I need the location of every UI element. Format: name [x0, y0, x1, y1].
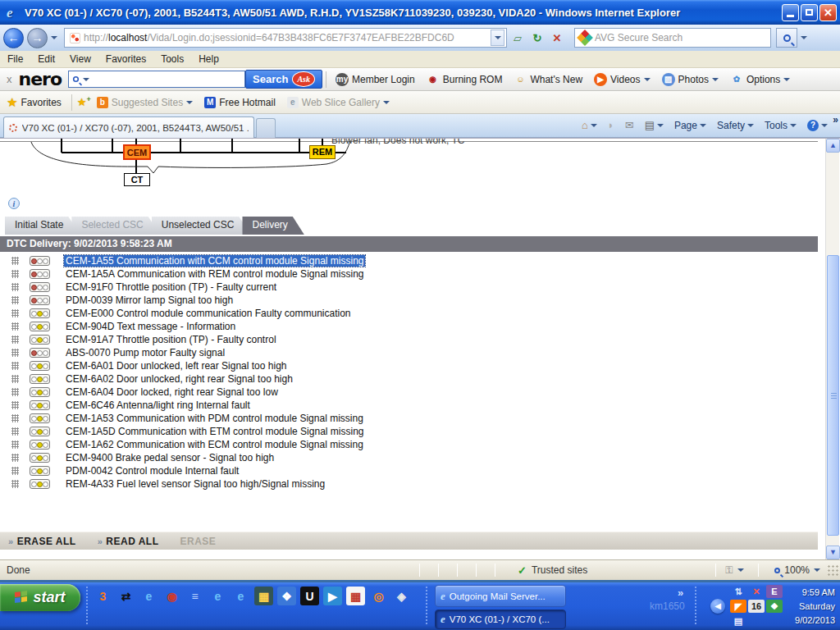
dtc-label[interactable]: CEM-1A5A Communication with REM control …	[64, 268, 366, 280]
dropdown-icon[interactable]	[821, 124, 828, 127]
dropdown-icon[interactable]	[591, 124, 597, 127]
taskbar-clock[interactable]: 9:59 AM Saturday 9/02/2013	[778, 586, 835, 628]
info-icon[interactable]: i	[8, 198, 20, 209]
menu-item[interactable]: Edit	[30, 52, 62, 66]
send-receive-quicklaunch-icon[interactable]: ⇄	[116, 587, 135, 605]
drag-handle-icon[interactable]	[11, 309, 19, 317]
action-button[interactable]: » ERASE	[180, 536, 217, 547]
dtc-row[interactable]: ECM-91A7 Throttle position (TP) - Faulty…	[0, 333, 812, 346]
url-dropdown-button[interactable]	[491, 30, 504, 46]
drag-handle-icon[interactable]	[11, 414, 19, 422]
printer-tray-icon[interactable]: ▤	[730, 614, 746, 628]
messenger-quicklaunch-icon[interactable]: ❖	[277, 587, 296, 605]
tv-player-quicklaunch-icon[interactable]: ▦	[254, 587, 273, 605]
calendar-quicklaunch-icon[interactable]: ▦	[346, 587, 365, 605]
dtc-label[interactable]: PDM-0042 Control module Internal fault	[64, 465, 240, 477]
print-icon[interactable]: ▤	[645, 119, 655, 131]
internet-explorer-quicklaunch-icon[interactable]: e	[139, 587, 158, 605]
dtc-label[interactable]: REM-4A33 Fuel level sensor Signal too hi…	[64, 478, 326, 490]
dtc-row[interactable]: ECM-904D Text message - Information	[0, 320, 812, 333]
nero-showtime-quicklaunch-icon[interactable]: ◉	[162, 587, 181, 605]
scheduler-tray-icon[interactable]: 16	[748, 600, 765, 613]
firefox-quicklaunch-icon[interactable]: ◎	[369, 587, 388, 605]
drag-handle-icon[interactable]	[11, 388, 19, 396]
toolbar-drag-handle[interactable]	[694, 586, 698, 625]
network-tray-icon[interactable]: ⇅	[730, 585, 746, 598]
dtc-label[interactable]: ABS-0070 Pump motor Faulty signal	[64, 347, 226, 358]
menu-item[interactable]: Help	[191, 52, 226, 66]
history-dropdown-icon[interactable]	[51, 36, 57, 39]
search-input[interactable]: AVG Secure Search	[574, 28, 771, 48]
dtc-label[interactable]: CEM-1A5D Communication with ETM control …	[64, 426, 365, 437]
photos-item[interactable]: ▨ Photos	[656, 73, 724, 86]
zoom-control[interactable]: 100%	[768, 564, 827, 576]
whats-new-item[interactable]: ☺ What's New	[508, 73, 588, 86]
media-app-quicklaunch-icon[interactable]: U	[300, 587, 319, 605]
toolbar-close-button[interactable]: x	[0, 73, 19, 85]
forward-button[interactable]: →	[27, 28, 48, 48]
security-zone[interactable]: ✓ Trusted sites	[518, 564, 587, 577]
drag-handle-icon[interactable]	[11, 283, 19, 291]
dtc-row[interactable]: CEM-6C46 Antenna/light ring Internal fau…	[0, 399, 812, 412]
drag-handle-icon[interactable]	[11, 336, 19, 344]
menu-item[interactable]: File	[0, 52, 30, 66]
dtc-row[interactable]: ABS-0070 Pump motor Faulty signal	[0, 346, 812, 359]
back-button[interactable]: ←	[3, 28, 24, 48]
dtc-row[interactable]: PDM-0039 Mirror lamp Signal too high	[0, 294, 812, 307]
diagram-node-rem[interactable]: REM	[309, 145, 336, 159]
feeds-icon[interactable]: ◗	[608, 119, 614, 131]
search-options-dropdown-icon[interactable]	[801, 36, 807, 39]
dtc-label[interactable]: CEM-6A04 Door locked, right rear Signal …	[64, 386, 280, 398]
dtc-row[interactable]: CEM-6A02 Door unlocked, right rear Signa…	[0, 372, 812, 386]
drag-handle-icon[interactable]	[11, 441, 19, 449]
drag-handle-icon[interactable]	[11, 375, 19, 383]
dtc-row[interactable]: CEM-1A55 Communication with CCM control …	[0, 254, 812, 267]
new-tab-button[interactable]	[256, 118, 276, 138]
suggested-sites-item[interactable]: b Suggested Sites	[91, 97, 199, 108]
refresh-button[interactable]: ↻	[528, 28, 546, 48]
dtc-label[interactable]: ECM-91F0 Throttle position (TP) - Faulty…	[64, 281, 278, 293]
add-favorite-icon[interactable]: ★+	[77, 95, 91, 108]
drag-handle-icon[interactable]	[11, 296, 19, 304]
scrollbar-thumb[interactable]	[827, 255, 839, 536]
diagram-node-cem[interactable]: CEM	[123, 144, 151, 160]
drag-handle-icon[interactable]	[11, 322, 19, 331]
read-mail-icon[interactable]: ✉	[625, 119, 634, 131]
internet-explorer-quicklaunch-icon[interactable]: e	[231, 587, 250, 605]
drag-handle-icon[interactable]	[11, 257, 19, 265]
nero-search-button[interactable]: Search Ask	[245, 70, 322, 89]
no-audio-tray-icon[interactable]: ✕	[748, 585, 765, 598]
toolbar-drag-handle[interactable]	[425, 586, 429, 625]
dtc-label[interactable]: CEM-6A01 Door unlocked, left rear Signal…	[64, 360, 289, 372]
videos-item[interactable]: ▶ Videos	[588, 73, 655, 86]
tools-menu[interactable]: Tools	[760, 118, 801, 133]
dtc-label[interactable]: ECM-9400 Brake pedal sensor - Signal too…	[64, 452, 276, 463]
drag-handle-icon[interactable]	[11, 362, 19, 370]
csc-tab[interactable]: Initial State	[5, 217, 80, 235]
dtc-label[interactable]: ECM-904D Text message - Information	[64, 321, 237, 332]
media-player-quicklaunch-icon[interactable]: ▶	[323, 587, 342, 605]
dtc-label[interactable]: CEM-1A55 Communication with CCM control …	[64, 255, 365, 267]
favorites-button[interactable]: Favorites	[21, 97, 61, 108]
dtc-row[interactable]: CEM-6A04 Door locked, right rear Signal …	[0, 386, 812, 399]
toolbar-drag-handle[interactable]	[85, 586, 89, 625]
dtc-label[interactable]: PDM-0039 Mirror lamp Signal too high	[64, 294, 235, 306]
drag-handle-icon[interactable]	[11, 480, 19, 488]
nero-search-input[interactable]	[68, 71, 245, 88]
csc-tab[interactable]: Delivery	[242, 217, 304, 235]
dropdown-icon[interactable]	[657, 124, 664, 127]
taskbar-task-button[interactable]: e Outgoing Mail Server...	[435, 585, 566, 607]
avg-tray-icon[interactable]: ◤	[730, 600, 746, 613]
dtc-row[interactable]: ECM-9400 Brake pedal sensor - Signal too…	[0, 451, 812, 464]
taskbar-overflow-chevron[interactable]: »	[678, 587, 683, 599]
menu-item[interactable]: Favorites	[98, 52, 153, 66]
close-button[interactable]: ✕	[819, 4, 837, 21]
minimize-button[interactable]	[782, 4, 799, 21]
dtc-row[interactable]: REM-4A33 Fuel level sensor Signal too hi…	[0, 477, 812, 491]
dtc-row[interactable]: CEM-1A5D Communication with ETM control …	[0, 425, 812, 438]
internet-explorer-quicklaunch-icon[interactable]: e	[208, 587, 227, 605]
stop-button[interactable]: ✕	[548, 28, 566, 48]
dtc-row[interactable]: CEM-6A01 Door unlocked, left rear Signal…	[0, 359, 812, 372]
diagram-node-ct[interactable]: CT	[124, 173, 150, 186]
compatibility-view-icon[interactable]: ▱	[509, 28, 527, 48]
